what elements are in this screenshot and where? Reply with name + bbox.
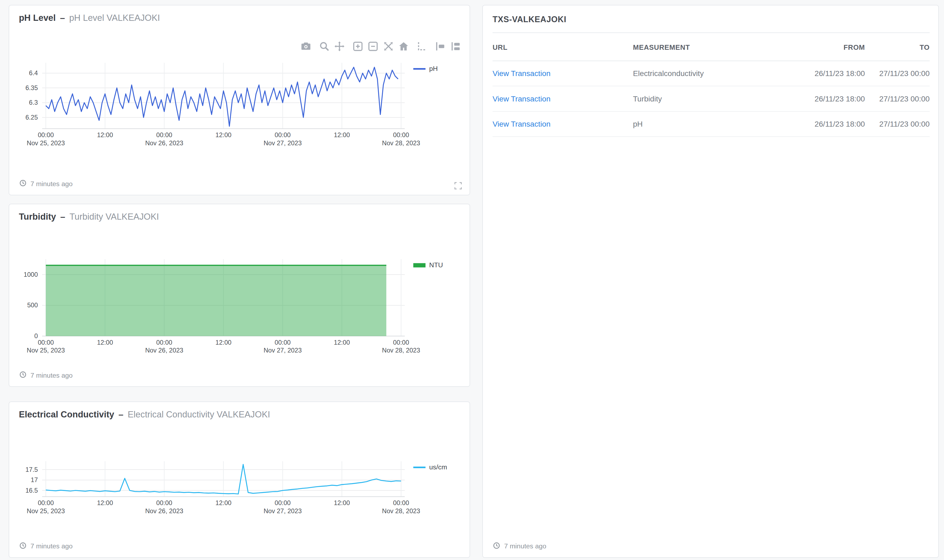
turbidity-area-chart[interactable]: 0500100000:00Nov 25, 202312:0000:00Nov 2…: [14, 254, 456, 357]
zoom-in-icon[interactable]: [353, 41, 363, 52]
history-clock-icon: [19, 179, 27, 189]
table-header-row: URL MEASUREMENT FROM TO: [493, 33, 930, 61]
svg-text:00:00: 00:00: [393, 499, 409, 506]
panel-title: Electrical Conductivity: [19, 409, 114, 419]
column-header-url: URL: [493, 33, 633, 61]
svg-text:Nov 28, 2023: Nov 28, 2023: [382, 508, 420, 515]
ec-line-chart[interactable]: 16.51717.500:00Nov 25, 202312:0000:00Nov…: [14, 456, 456, 517]
panel-ph-level: pH Level–pH Level VALKEAJOKI: [9, 5, 470, 195]
svg-text:pH: pH: [429, 65, 437, 72]
expand-icon[interactable]: [454, 181, 462, 189]
svg-text:1000: 1000: [23, 271, 38, 278]
svg-text:17: 17: [31, 476, 38, 483]
svg-text:NTU: NTU: [429, 262, 443, 269]
panel-header: pH Level–pH Level VALKEAJOKI: [9, 5, 470, 23]
svg-text:12:00: 12:00: [216, 339, 231, 346]
title-separator: –: [60, 212, 65, 222]
last-updated: 7 minutes ago: [493, 542, 547, 551]
title-separator: –: [119, 409, 123, 419]
svg-text:00:00: 00:00: [274, 499, 290, 506]
from-cell: 26/11/23 18:00: [790, 111, 865, 137]
svg-text:Nov 25, 2023: Nov 25, 2023: [26, 140, 65, 147]
autoscale-icon[interactable]: [383, 41, 394, 52]
history-clock-icon: [19, 542, 27, 551]
svg-text:00:00: 00:00: [393, 131, 409, 138]
panel-turbidity: Turbidity–Turbidity VALKEAJOKI 050010000…: [9, 204, 470, 387]
measurement-cell: Electricalconductivity: [633, 61, 790, 86]
svg-text:12:00: 12:00: [334, 131, 350, 138]
hover-closest-icon[interactable]: [435, 41, 446, 52]
view-transaction-link[interactable]: View Transaction: [493, 94, 550, 103]
to-cell: 27/11/23 00:00: [865, 86, 930, 111]
svg-text:Nov 26, 2023: Nov 26, 2023: [145, 347, 183, 354]
svg-text:Nov 28, 2023: Nov 28, 2023: [382, 140, 420, 147]
spikelines-icon[interactable]: [417, 41, 428, 52]
pan-icon[interactable]: [334, 41, 345, 52]
svg-text:12:00: 12:00: [97, 131, 113, 138]
hover-compare-icon[interactable]: [450, 41, 461, 52]
svg-text:6.35: 6.35: [25, 85, 38, 91]
transactions-table: URL MEASUREMENT FROM TO View Transaction…: [493, 32, 930, 137]
last-updated-text: 7 minutes ago: [30, 542, 72, 550]
last-updated-text: 7 minutes ago: [504, 542, 547, 550]
svg-text:Nov 27, 2023: Nov 27, 2023: [263, 508, 302, 515]
panel-title: pH Level: [19, 13, 56, 23]
last-updated: 7 minutes ago: [19, 179, 73, 189]
table-row: View Transaction Electricalconductivity …: [493, 61, 930, 86]
measurement-cell: Turbidity: [633, 86, 790, 111]
svg-text:12:00: 12:00: [97, 499, 113, 506]
zoom-icon[interactable]: [319, 41, 330, 52]
column-header-measurement: MEASUREMENT: [633, 33, 790, 61]
svg-text:00:00: 00:00: [156, 131, 172, 138]
last-updated-text: 7 minutes ago: [30, 372, 72, 379]
svg-text:00:00: 00:00: [274, 339, 290, 346]
history-clock-icon: [493, 542, 500, 551]
svg-text:16.5: 16.5: [25, 487, 38, 494]
column-header-to: TO: [865, 33, 930, 61]
svg-text:Nov 26, 2023: Nov 26, 2023: [145, 508, 183, 515]
to-cell: 27/11/23 00:00: [865, 61, 930, 86]
panel-txs-valkeajoki: TXS-VALKEAJOKI URL MEASUREMENT FROM TO V…: [482, 5, 939, 558]
measurement-cell: pH: [633, 111, 790, 137]
to-cell: 27/11/23 00:00: [865, 111, 930, 137]
svg-text:Nov 25, 2023: Nov 25, 2023: [26, 347, 65, 354]
panel-electrical-conductivity: Electrical Conductivity–Electrical Condu…: [9, 402, 470, 558]
panel-title: Turbidity: [19, 212, 56, 222]
last-updated: 7 minutes ago: [19, 542, 73, 551]
title-separator: –: [60, 13, 65, 23]
from-cell: 26/11/23 18:00: [790, 61, 865, 86]
table-row: View Transaction Turbidity 26/11/23 18:0…: [493, 86, 930, 111]
reset-axes-home-icon[interactable]: [398, 41, 409, 52]
from-cell: 26/11/23 18:00: [790, 86, 865, 111]
svg-text:0: 0: [34, 332, 38, 340]
camera-icon[interactable]: [300, 41, 311, 52]
panel-title: TXS-VALKEAJOKI: [483, 5, 938, 32]
svg-text:12:00: 12:00: [97, 339, 113, 346]
svg-text:12:00: 12:00: [334, 499, 350, 506]
svg-text:17.5: 17.5: [25, 466, 38, 473]
last-updated-text: 7 minutes ago: [30, 180, 72, 188]
svg-text:500: 500: [27, 302, 38, 309]
panel-subtitle: Electrical Conductivity VALKEAJOKI: [128, 409, 270, 419]
svg-text:12:00: 12:00: [334, 339, 350, 346]
svg-text:00:00: 00:00: [156, 499, 172, 506]
svg-text:00:00: 00:00: [156, 339, 172, 346]
svg-text:6.3: 6.3: [29, 99, 38, 106]
svg-text:6.4: 6.4: [29, 69, 38, 77]
view-transaction-link[interactable]: View Transaction: [493, 69, 550, 78]
panel-subtitle: pH Level VALKEAJOKI: [69, 13, 160, 23]
svg-text:00:00: 00:00: [393, 339, 409, 346]
zoom-out-icon[interactable]: [368, 41, 379, 52]
panel-header: Turbidity–Turbidity VALKEAJOKI: [9, 204, 470, 222]
panel-header: Electrical Conductivity–Electrical Condu…: [9, 402, 470, 420]
view-transaction-link[interactable]: View Transaction: [493, 120, 550, 128]
svg-text:Nov 26, 2023: Nov 26, 2023: [145, 140, 183, 147]
history-clock-icon: [19, 371, 27, 380]
ph-line-chart[interactable]: 6.256.36.356.400:00Nov 25, 202312:0000:0…: [14, 58, 456, 149]
last-updated: 7 minutes ago: [19, 371, 73, 380]
svg-text:00:00: 00:00: [38, 131, 54, 138]
svg-text:12:00: 12:00: [216, 131, 231, 138]
dashboard: pH Level–pH Level VALKEAJOKI: [0, 0, 944, 560]
svg-text:Nov 27, 2023: Nov 27, 2023: [263, 140, 302, 147]
svg-text:Nov 28, 2023: Nov 28, 2023: [382, 347, 420, 354]
